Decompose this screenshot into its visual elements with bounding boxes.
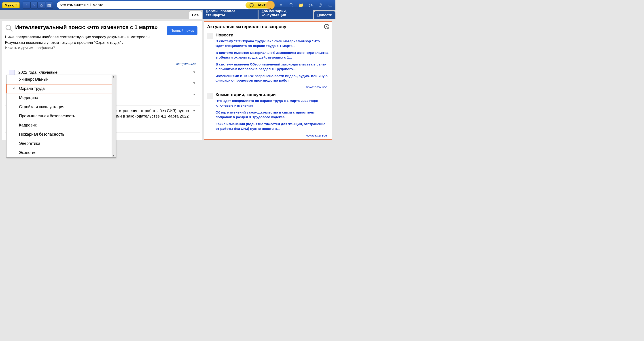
forward-button[interactable]: › [30, 1, 38, 9]
news-link[interactable]: Изменениями в ТК РФ разрешено вести виде… [216, 74, 328, 83]
show-all-link[interactable]: показать все [216, 133, 328, 137]
comments-icon [206, 93, 213, 99]
tab-comments[interactable]: Комментарии, консультации [258, 7, 313, 19]
tabs-row: Все Нормы, правила, стандарты Комментари… [0, 10, 336, 19]
profile-option-selected[interactable]: Охрана труда [6, 84, 116, 93]
nav-buttons: ‹ › ⌂ ▦ [23, 1, 53, 9]
search-intro: Ниже представлены наиболее соответствующ… [5, 34, 200, 51]
comments-section: Комментарии, консультации Что ждет специ… [204, 91, 332, 139]
news-section: Новости В систему "ТЭ:Охрана труда" вклю… [204, 31, 332, 91]
news-heading: Новости [216, 33, 328, 37]
tab-all[interactable]: Все [189, 11, 202, 19]
svg-line-1 [10, 29, 12, 32]
main-area: Интеллектуальный поиск: «что изменится с… [0, 19, 336, 141]
chevron-down-icon[interactable]: ▼ [192, 81, 196, 85]
tab-norms[interactable]: Нормы, правила, стандарты [202, 7, 258, 19]
search-input[interactable] [57, 3, 246, 7]
profile-option[interactable]: Кадровик [6, 121, 116, 130]
profile-option[interactable]: Пожарная безопасность [6, 130, 116, 139]
panel-header: Актуальные материалы по запросу ✕ [204, 22, 332, 31]
comments-heading: Комментарии, консультации [216, 92, 328, 97]
stopwatch-icon[interactable]: ⏱ [318, 2, 323, 8]
close-icon[interactable]: ✕ [324, 24, 330, 29]
comment-link[interactable]: Какие изменения (поднятие тяжестей для ж… [216, 122, 328, 131]
profile-option[interactable]: Промышленная безопасность [6, 111, 116, 121]
search-title: Интеллектуальный поиск: «что изменится с… [15, 24, 158, 30]
svg-point-0 [6, 25, 11, 30]
grid-button[interactable]: ▦ [46, 1, 53, 9]
news-link[interactable]: В систему "ТЭ:Охрана труда" включен мате… [216, 39, 328, 48]
magnifier-icon [5, 24, 13, 32]
switch-profile-link[interactable]: Искать с другим профилем? [5, 46, 55, 50]
chevron-down-icon[interactable]: ▼ [192, 70, 196, 74]
profile-option[interactable]: Энергетика [6, 139, 116, 148]
profile-dropdown: Универсальный Охрана труда Медицина Стро… [6, 75, 116, 158]
intro-line2: Результаты показаны с учетом текущего пр… [5, 40, 200, 45]
relevant-panel: Актуальные материалы по запросу ✕ Новост… [204, 21, 332, 140]
panel-title: Актуальные материалы по запросу [207, 24, 286, 29]
scrollbar[interactable] [112, 75, 116, 157]
news-link[interactable]: В системе имеются материалы об изменения… [216, 50, 328, 60]
profile-option[interactable]: Универсальный [6, 75, 116, 84]
back-button[interactable]: ‹ [23, 1, 30, 9]
news-icon [206, 33, 213, 39]
actual-filter-link[interactable]: актуальные [5, 51, 200, 67]
full-search-button[interactable]: Полный поиск [167, 26, 198, 35]
profile-option[interactable]: Медицина [6, 93, 116, 102]
find-button[interactable]: Найти [246, 2, 272, 8]
comment-link[interactable]: Обзор изменений законодательства в связи… [216, 110, 328, 120]
menu-button[interactable]: Меню [2, 2, 20, 8]
home-button[interactable]: ⌂ [38, 1, 45, 9]
result-title: 2022 года: ключевые [18, 70, 58, 75]
search-bar: Найти ↖ [57, 1, 272, 9]
comment-link[interactable]: Что ждет специалиста по охране труда с 1… [216, 98, 328, 108]
intro-line1: Ниже представлены наиболее соответствующ… [5, 34, 200, 40]
profile-option[interactable]: Стройка и эксплуатация [6, 102, 116, 111]
chevron-down-icon[interactable]: ▼ [192, 109, 196, 113]
profile-option[interactable]: Экология [6, 148, 116, 157]
tab-news[interactable]: Новости [314, 11, 336, 19]
show-all-link[interactable]: показать все [216, 85, 328, 89]
chevron-down-icon[interactable]: ▼ [192, 92, 196, 96]
news-link[interactable]: В систему включен Обзор изменений законо… [216, 62, 328, 71]
results-column: Интеллектуальный поиск: «что изменится с… [2, 21, 202, 140]
note-icon[interactable]: ▭ [327, 2, 333, 8]
